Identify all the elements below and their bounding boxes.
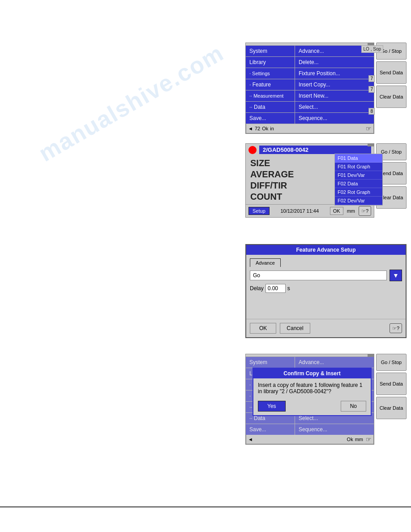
menu-left-library[interactable]: Library (246, 57, 295, 68)
recording-indicator (248, 146, 257, 154)
menu-left-settings[interactable]: · Settings (246, 68, 295, 79)
modal-no-button[interactable]: No (341, 401, 366, 412)
send-data-button-4[interactable]: Send Data (376, 373, 407, 395)
panel3-footer-btns: OK Cancel (250, 323, 310, 334)
count-label: COUNT (250, 192, 282, 202)
panel3-tab-bar: Advance (250, 258, 402, 267)
go-input[interactable] (250, 270, 387, 280)
ok-button-panel3[interactable]: OK (250, 323, 276, 334)
panel4-bottom-bar: ◄ Ok mm ☞ (246, 435, 374, 444)
panel3: Feature Advance Setup Advance ▼ Delay s … (245, 244, 407, 338)
menu-right-insert-new[interactable]: Insert New... (295, 90, 374, 101)
panel1-main: System Advance... Library Delete... · Se… (245, 43, 407, 134)
badge-8: 8 (368, 108, 375, 115)
bottom-separator (0, 506, 411, 507)
panel4-menu-left-system: System (246, 357, 295, 368)
panel1-scroll-indicator: ◄ (248, 126, 253, 131)
badge-7-2: 7 (368, 86, 375, 93)
clear-data-button-4[interactable]: Clear Data (376, 397, 407, 419)
dropdown-f01-rot-graph[interactable]: F01 Rot Graph (335, 163, 382, 171)
panel4-hand-icon: ☞ (366, 436, 372, 443)
panel4-container: System Advance... Libr... · Se... · Fe..… (245, 354, 407, 445)
panel1-hand-icon: ☞ (366, 125, 372, 132)
confirm-modal: Confirm Copy & Insert Insert a copy of f… (253, 368, 372, 416)
panel1-page-num: 72 (255, 126, 260, 131)
clear-data-button-1[interactable]: Clear Data (376, 86, 407, 108)
delay-row: Delay s (250, 284, 402, 293)
menu-left-measurement[interactable]: ·· Measurement (246, 90, 295, 101)
badge-7-1: 7 (368, 75, 375, 82)
panel4-ok-label: Ok (347, 437, 353, 442)
menu-left-feature[interactable]: · Feature (246, 79, 295, 90)
panel1-bottom-bar: ◄ 72 Ok in ☞ (246, 124, 374, 133)
modal-buttons: Yes No (253, 398, 371, 415)
panel4-menu-right-advance: Advance... (295, 357, 374, 368)
help-icon-panel2[interactable]: ☞? (359, 206, 371, 216)
watermark: manualshive.com (34, 39, 228, 167)
menu-row-data[interactable]: ·· Data Select... (246, 102, 374, 113)
delay-label: Delay (250, 285, 264, 292)
modal-title: Confirm Copy & Insert (253, 369, 371, 378)
panel4-menu-right-sequence: Sequence... (295, 424, 374, 435)
menu-row-save[interactable]: Save... Sequence... (246, 113, 374, 124)
menu-right-insert-copy[interactable]: Insert Copy... (295, 79, 374, 90)
panel2: 2/GAD5008-0042 F01 Data F01 Rot Graph F0… (245, 143, 374, 218)
unit-label-panel2: mm (347, 208, 355, 214)
dropdown-f02-dev-var[interactable]: F02 Dev/Var (335, 197, 382, 205)
menu-row-system[interactable]: System Advance... (246, 46, 374, 57)
menu-left-save[interactable]: Save... (246, 113, 295, 124)
panel3-footer: OK Cancel ☞? (246, 319, 406, 337)
menu-left-system[interactable]: System (246, 46, 295, 56)
menu-right-fixture[interactable]: Fixture Position... (295, 68, 374, 79)
panel1-menu: System Advance... Library Delete... · Se… (245, 43, 374, 134)
ok-button-panel2[interactable]: OK (330, 207, 343, 215)
menu-left-data[interactable]: ·· Data (246, 102, 295, 112)
diff-tir-label: DIFF/TIR (250, 180, 287, 191)
panel1-sidebar: Go / Stop Send Data Clear Data (376, 43, 407, 134)
setup-button[interactable]: Setup (248, 207, 270, 215)
menu-row-library[interactable]: Library Delete... (246, 57, 374, 68)
panel2-dropdown[interactable]: F01 Data F01 Rot Graph F01 Dev/Var F02 D… (334, 154, 383, 206)
menu-right-sequence[interactable]: Sequence... (295, 113, 374, 124)
panel4-menu-row-system: System Advance... (246, 357, 374, 368)
cancel-button-panel3[interactable]: Cancel (280, 323, 310, 334)
panel2-footer: Setup 10/12/2017 11:44 OK mm ☞? (246, 204, 374, 217)
panel4-menu-row-save: Save... Sequence... (246, 424, 374, 435)
modal-yes-button[interactable]: Yes (258, 401, 286, 412)
go-row: ▼ (250, 270, 402, 281)
datetime-label: 10/12/2017 11:44 (271, 208, 328, 214)
delay-unit: s (287, 285, 290, 292)
dropdown-arrow-btn[interactable]: ▼ (390, 270, 402, 281)
menu-row-feature[interactable]: · Feature Insert Copy... (246, 79, 374, 90)
panel4-scroll-indicator: ◄ (248, 437, 253, 442)
panel4-menu-left-save: Save... (246, 424, 295, 435)
panel2-container: 2/GAD5008-0042 F01 Data F01 Rot Graph F0… (245, 143, 407, 218)
delay-input[interactable] (265, 284, 286, 293)
panel1: System Advance... Library Delete... · Se… (245, 43, 407, 134)
panel4-unit-label: mm (355, 437, 363, 442)
menu-right-select[interactable]: Select... (295, 102, 374, 112)
panel2-part-id: 2/GAD5008-0042 (259, 146, 371, 154)
size-label: SIZE (250, 158, 270, 168)
dropdown-f02-data[interactable]: F02 Data (335, 180, 382, 188)
go-stop-button-4[interactable]: Go / Stop (376, 354, 407, 371)
panel4-sidebar: Go / Stop Send Data Clear Data (376, 354, 407, 419)
dropdown-f01-data[interactable]: F01 Data (335, 154, 382, 163)
lo-sop-label: LO , Sop (361, 45, 383, 53)
modal-message: Insert a copy of feature 1 following fea… (253, 378, 371, 398)
average-label: AVERAGE (250, 169, 294, 180)
help-icon-panel3[interactable]: ☞? (390, 323, 402, 333)
panel4: System Advance... Libr... · Se... · Fe..… (245, 354, 374, 445)
panel3-title: Feature Advance Setup (246, 245, 406, 255)
send-data-button-1[interactable]: Send Data (376, 61, 407, 84)
menu-right-delete[interactable]: Delete... (295, 57, 374, 68)
panel3-container: Feature Advance Setup Advance ▼ Delay s … (245, 244, 407, 338)
menu-row-measurement[interactable]: ·· Measurement Insert New... (246, 90, 374, 102)
dropdown-f02-rot-graph[interactable]: F02 Rot Graph (335, 188, 382, 197)
panel3-body: Advance ▼ Delay s (246, 255, 406, 296)
panel1-unit-label: in (270, 126, 274, 131)
menu-row-settings[interactable]: · Settings Fixture Position... (246, 68, 374, 79)
dropdown-f01-dev-var[interactable]: F01 Dev/Var (335, 171, 382, 180)
panel1-ok-label: Ok (262, 126, 268, 131)
tab-advance[interactable]: Advance (250, 258, 281, 267)
